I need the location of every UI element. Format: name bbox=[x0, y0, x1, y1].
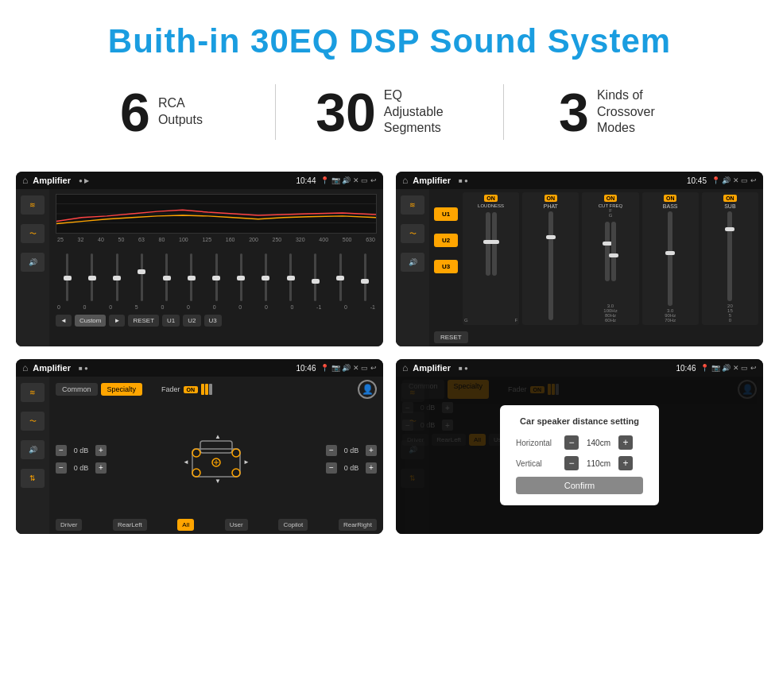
rearright-button[interactable]: RearRight bbox=[339, 519, 377, 531]
vol-minus-br[interactable]: − bbox=[326, 462, 337, 474]
confirm-button[interactable]: Confirm bbox=[516, 477, 643, 494]
eq-slider-2[interactable] bbox=[80, 253, 103, 301]
eq-slider-12[interactable] bbox=[329, 253, 352, 301]
channel-bass-header: ON bbox=[664, 195, 677, 202]
eq-reset-button[interactable]: RESET bbox=[128, 315, 159, 327]
horizontal-plus[interactable]: + bbox=[618, 435, 633, 450]
dots-4: ■ ● bbox=[459, 365, 468, 372]
eq-slider-4[interactable] bbox=[130, 253, 153, 301]
wave-icon-3[interactable]: 〜 bbox=[21, 412, 45, 431]
person-icon[interactable]: 👤 bbox=[358, 380, 377, 399]
arrows-icon-3[interactable]: ⇅ bbox=[21, 469, 45, 488]
eq-u1-button[interactable]: U1 bbox=[162, 315, 180, 327]
u1-button[interactable]: U1 bbox=[434, 207, 458, 221]
u2-button[interactable]: U2 bbox=[434, 234, 458, 247]
on-toggle[interactable]: ON bbox=[184, 386, 199, 393]
eq-graph bbox=[56, 194, 377, 234]
app-name-4: Amplifier bbox=[413, 363, 451, 373]
vol-minus-bl[interactable]: − bbox=[56, 462, 67, 474]
specialty-tab[interactable]: Specialty bbox=[101, 383, 143, 396]
amp-reset-button[interactable]: RESET bbox=[434, 331, 468, 343]
horizontal-label: Horizontal bbox=[516, 439, 560, 447]
driver-button[interactable]: Driver bbox=[56, 519, 82, 531]
vol-minus-tr[interactable]: − bbox=[326, 445, 337, 456]
dots-1: ● ▶ bbox=[79, 177, 89, 184]
user-button[interactable]: User bbox=[225, 519, 248, 531]
car-diagram-svg: ▲ ▼ ◄ ► bbox=[180, 433, 252, 485]
cutfreq-slider-l[interactable] bbox=[605, 222, 610, 281]
right-vols: − 0 dB + − 0 dB + bbox=[326, 401, 377, 516]
svg-text:◄: ◄ bbox=[183, 458, 189, 466]
home-icon-2: ⌂ bbox=[402, 175, 408, 186]
vol-minus-tl[interactable]: − bbox=[56, 445, 67, 456]
eq-slider-6[interactable] bbox=[180, 253, 203, 301]
all-button[interactable]: All bbox=[177, 519, 194, 531]
vol-plus-br[interactable]: + bbox=[366, 462, 377, 474]
eq-slider-3[interactable] bbox=[105, 253, 128, 301]
speaker-icon-3[interactable]: 🔊 bbox=[21, 440, 45, 459]
copilot-button[interactable]: Copilot bbox=[278, 519, 308, 531]
vertical-plus[interactable]: + bbox=[618, 456, 633, 470]
vol-plus-tl[interactable]: + bbox=[95, 445, 107, 456]
home-icon: ⌂ bbox=[22, 175, 28, 186]
sub-slider[interactable] bbox=[727, 211, 732, 301]
eq-slider-9[interactable] bbox=[254, 253, 277, 301]
eq-u3-button[interactable]: U3 bbox=[204, 315, 222, 327]
svg-text:▼: ▼ bbox=[215, 478, 221, 485]
eq-next-button[interactable]: ► bbox=[109, 315, 125, 327]
eq-prev-button[interactable]: ◄ bbox=[56, 315, 72, 327]
common-tab[interactable]: Common bbox=[56, 383, 98, 396]
cutfreq-labels: FG bbox=[609, 208, 613, 218]
home-icon-3: ⌂ bbox=[22, 362, 28, 373]
channel-bass-label: BASS bbox=[663, 203, 678, 209]
rearleft-button[interactable]: RearLeft bbox=[113, 519, 147, 531]
vertical-row: Vertical − 110cm + bbox=[516, 456, 643, 470]
stat-text-crossover: Kinds of Crossover Modes bbox=[597, 87, 676, 137]
channel-sub: ON SUB 201550 bbox=[702, 192, 758, 325]
eq-slider-13[interactable] bbox=[354, 253, 377, 301]
status-bar-3: ⌂ Amplifier ■ ● 10:46 📍 📷 🔊 ✕ ▭ ↩ bbox=[16, 359, 383, 377]
vol-value-br: 0 dB bbox=[340, 464, 362, 472]
loudness-slider-r[interactable] bbox=[492, 212, 497, 276]
eq-slider-5[interactable] bbox=[155, 253, 178, 301]
vol-plus-tr[interactable]: + bbox=[366, 445, 377, 456]
wave-icon[interactable]: 〜 bbox=[21, 224, 45, 243]
channel-sub-label: SUB bbox=[724, 203, 735, 209]
speaker-icon-2[interactable]: 🔊 bbox=[401, 253, 424, 272]
eq-icon[interactable]: ≋ bbox=[21, 195, 45, 215]
fader-bar-3 bbox=[209, 384, 212, 395]
eq-sliders bbox=[56, 246, 377, 301]
loudness-sliders bbox=[486, 211, 497, 315]
amp-layout: U1 U2 U3 ON LOUDNESS bbox=[434, 192, 758, 325]
screen3-inner: ≋ 〜 🔊 ⇅ Common Specialty Fader ON bbox=[16, 377, 383, 534]
screen-distance: ⌂ Amplifier ■ ● 10:46 📍 📷 🔊 ✕ ▭ ↩ Common… bbox=[396, 359, 763, 534]
vol-plus-bl[interactable]: + bbox=[95, 462, 107, 474]
channel-loudness-header: ON bbox=[484, 195, 498, 202]
bass-slider[interactable] bbox=[668, 211, 672, 306]
vertical-minus[interactable]: − bbox=[564, 456, 579, 470]
eq-main: 2532405063 80100125160200 25032040050063… bbox=[49, 189, 383, 346]
eq-icon-2[interactable]: ≋ bbox=[401, 195, 424, 215]
eq-u2-button[interactable]: U2 bbox=[183, 315, 200, 327]
eq-icon-3[interactable]: ≋ bbox=[21, 383, 45, 402]
on-badge-loudness: ON bbox=[484, 195, 498, 202]
wave-icon-2[interactable]: 〜 bbox=[401, 224, 424, 243]
time-4: 10:46 bbox=[676, 364, 696, 373]
eq-slider-10[interactable] bbox=[279, 253, 302, 301]
phat-slider[interactable] bbox=[548, 211, 553, 320]
cutfreq-slider-r[interactable] bbox=[611, 222, 616, 281]
u3-button[interactable]: U3 bbox=[434, 260, 458, 273]
horizontal-minus[interactable]: − bbox=[564, 435, 579, 450]
status-bar-1: ⌂ Amplifier ● ▶ 10:44 📍 📷 🔊 ✕ ▭ ↩ bbox=[16, 172, 383, 189]
svg-text:▲: ▲ bbox=[215, 433, 221, 440]
eq-custom-button[interactable]: Custom bbox=[75, 315, 107, 327]
speaker-icon[interactable]: 🔊 bbox=[21, 253, 45, 272]
eq-slider-8[interactable] bbox=[230, 253, 253, 301]
channel-cutfreq: ON CUT FREQ FG 3.0100Hz80Hz60H bbox=[582, 192, 638, 325]
stat-number-crossover: 3 bbox=[559, 85, 589, 139]
eq-slider-7[interactable] bbox=[204, 253, 227, 301]
screen-amplifier: ⌂ Amplifier ■ ● 10:45 📍 🔊 ✕ ▭ ↩ ≋ 〜 🔊 U1… bbox=[396, 172, 763, 346]
loudness-slider-l[interactable] bbox=[486, 212, 490, 276]
eq-slider-1[interactable] bbox=[56, 253, 79, 301]
eq-slider-11[interactable] bbox=[304, 253, 327, 301]
